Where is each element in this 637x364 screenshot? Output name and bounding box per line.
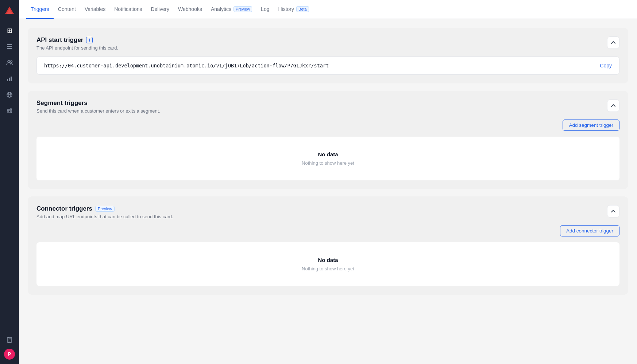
segment-triggers-collapse-button[interactable] (607, 99, 619, 112)
svg-point-5 (8, 60, 10, 63)
svg-rect-2 (7, 44, 12, 45)
svg-rect-7 (7, 79, 8, 81)
svg-rect-9 (11, 77, 12, 81)
svg-point-6 (11, 61, 12, 63)
tab-delivery[interactable]: Delivery (146, 0, 174, 19)
grid-icon[interactable]: ⊞ (2, 23, 17, 38)
tab-analytics[interactable]: Analytics Preview (206, 0, 256, 19)
segment-triggers-title-area: Segment triggers Send this card when a c… (36, 99, 160, 114)
connector-preview-badge: Preview (95, 206, 115, 212)
chart-icon[interactable] (2, 71, 17, 86)
tab-notifications[interactable]: Notifications (110, 0, 146, 19)
api-trigger-header: API start trigger i The API endpoint for… (36, 36, 619, 51)
api-trigger-subtitle: The API endpoint for sending this card. (36, 45, 118, 51)
segment-triggers-section: Segment triggers Send this card when a c… (28, 91, 628, 189)
filter-icon[interactable] (2, 103, 17, 118)
api-url-box: https://04.customer-api.development.unob… (36, 56, 619, 75)
globe-icon[interactable] (2, 87, 17, 102)
user-avatar[interactable]: P (4, 349, 15, 360)
tab-content[interactable]: Content (54, 0, 80, 19)
connector-trigger-actions: Add connector trigger (36, 225, 619, 236)
connector-no-data-subtitle: Nothing to show here yet (302, 266, 354, 271)
api-trigger-section: API start trigger i The API endpoint for… (28, 28, 628, 83)
tab-triggers[interactable]: Triggers (26, 0, 54, 19)
add-connector-trigger-button[interactable]: Add connector trigger (560, 225, 619, 236)
segment-triggers-header: Segment triggers Send this card when a c… (36, 99, 619, 114)
users-icon[interactable] (2, 55, 17, 70)
segment-triggers-subtitle: Send this card when a customer enters or… (36, 108, 160, 114)
api-url-text: https://04.customer-api.development.unob… (44, 63, 329, 69)
svg-point-13 (7, 110, 9, 111)
logo[interactable] (3, 4, 16, 17)
connector-no-data-title: No data (318, 257, 338, 263)
svg-rect-3 (7, 46, 12, 47)
connector-triggers-collapse-button[interactable] (607, 205, 619, 218)
segment-triggers-empty-box: No data Nothing to show here yet (36, 137, 619, 180)
copy-button[interactable]: Copy (600, 63, 612, 69)
info-icon[interactable]: i (86, 37, 93, 43)
segment-triggers-title: Segment triggers (36, 99, 160, 107)
connector-triggers-subtitle: Add and map URL endpoints that can be ca… (36, 214, 173, 219)
api-trigger-title: API start trigger i (36, 36, 118, 44)
connector-triggers-section: Connector triggers Preview Add and map U… (28, 196, 628, 295)
history-beta-badge: Beta (296, 6, 309, 12)
main-content: Triggers Content Variables Notifications… (19, 0, 637, 364)
tab-log[interactable]: Log (256, 0, 274, 19)
pages-icon[interactable] (2, 333, 17, 347)
tab-variables[interactable]: Variables (80, 0, 110, 19)
api-trigger-title-area: API start trigger i The API endpoint for… (36, 36, 118, 51)
segment-trigger-actions: Add segment trigger (36, 120, 619, 131)
svg-rect-4 (7, 48, 12, 49)
sidebar-bottom: P (2, 333, 17, 360)
segment-no-data-title: No data (318, 151, 338, 157)
connector-triggers-title-area: Connector triggers Preview Add and map U… (36, 205, 173, 219)
tab-history[interactable]: History Beta (274, 0, 313, 19)
add-segment-trigger-button[interactable]: Add segment trigger (563, 120, 619, 131)
sidebar: ⊞ (0, 0, 19, 364)
svg-rect-8 (9, 78, 10, 81)
api-trigger-collapse-button[interactable] (607, 36, 619, 49)
connector-triggers-header: Connector triggers Preview Add and map U… (36, 205, 619, 219)
content-area: API start trigger i The API endpoint for… (19, 19, 637, 364)
analytics-preview-badge: Preview (233, 6, 252, 12)
tab-webhooks[interactable]: Webhooks (174, 0, 206, 19)
card-icon[interactable] (2, 39, 17, 54)
segment-no-data-subtitle: Nothing to show here yet (302, 160, 354, 166)
svg-point-14 (10, 109, 12, 110)
connector-triggers-empty-box: No data Nothing to show here yet (36, 242, 619, 286)
svg-point-15 (10, 111, 12, 113)
top-nav: Triggers Content Variables Notifications… (19, 0, 637, 19)
connector-triggers-title: Connector triggers Preview (36, 205, 173, 212)
